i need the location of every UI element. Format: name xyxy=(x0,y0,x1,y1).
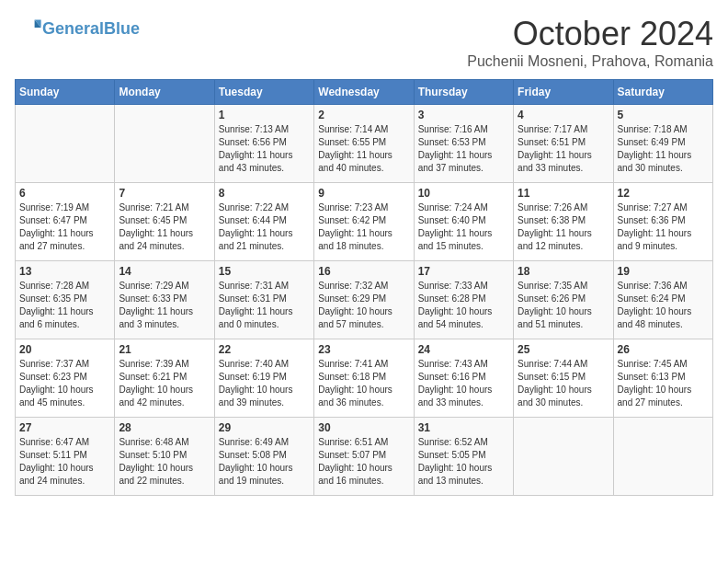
day-info: Sunrise: 7:44 AM Sunset: 6:15 PM Dayligh… xyxy=(518,358,609,409)
day-of-week-header: Sunday xyxy=(16,80,115,105)
day-number: 5 xyxy=(618,109,709,121)
day-of-week-header: Tuesday xyxy=(214,80,313,105)
calendar-cell: 12Sunrise: 7:27 AM Sunset: 6:36 PM Dayli… xyxy=(613,183,712,261)
day-info: Sunrise: 7:17 AM Sunset: 6:51 PM Dayligh… xyxy=(518,123,609,175)
day-info: Sunrise: 7:14 AM Sunset: 6:55 PM Dayligh… xyxy=(318,123,409,175)
calendar-cell xyxy=(16,105,115,183)
day-info: Sunrise: 6:47 AM Sunset: 5:11 PM Dayligh… xyxy=(19,436,110,488)
day-number: 10 xyxy=(418,187,509,200)
day-info: Sunrise: 7:27 AM Sunset: 6:36 PM Dayligh… xyxy=(618,201,709,253)
calendar-cell: 25Sunrise: 7:44 AM Sunset: 6:15 PM Dayli… xyxy=(514,339,613,418)
calendar-cell: 7Sunrise: 7:21 AM Sunset: 6:45 PM Daylig… xyxy=(115,183,214,261)
day-number: 11 xyxy=(518,187,609,200)
day-number: 1 xyxy=(219,109,310,121)
calendar-cell: 2Sunrise: 7:14 AM Sunset: 6:55 PM Daylig… xyxy=(314,105,414,183)
calendar-cell: 1Sunrise: 7:13 AM Sunset: 6:56 PM Daylig… xyxy=(214,105,313,183)
day-info: Sunrise: 7:31 AM Sunset: 6:31 PM Dayligh… xyxy=(219,280,310,331)
day-info: Sunrise: 6:51 AM Sunset: 5:07 PM Dayligh… xyxy=(318,436,409,488)
day-info: Sunrise: 7:39 AM Sunset: 6:21 PM Dayligh… xyxy=(119,358,210,409)
day-info: Sunrise: 7:45 AM Sunset: 6:13 PM Dayligh… xyxy=(618,358,709,409)
day-info: Sunrise: 7:16 AM Sunset: 6:53 PM Dayligh… xyxy=(418,123,509,175)
day-number: 26 xyxy=(618,343,709,356)
day-info: Sunrise: 7:26 AM Sunset: 6:38 PM Dayligh… xyxy=(518,201,609,253)
calendar-cell: 30Sunrise: 6:51 AM Sunset: 5:07 PM Dayli… xyxy=(314,418,414,496)
calendar-cell: 17Sunrise: 7:33 AM Sunset: 6:28 PM Dayli… xyxy=(414,261,513,339)
calendar-week-row: 13Sunrise: 7:28 AM Sunset: 6:35 PM Dayli… xyxy=(16,261,713,339)
calendar-cell: 5Sunrise: 7:18 AM Sunset: 6:49 PM Daylig… xyxy=(613,105,712,183)
calendar-cell xyxy=(115,105,214,183)
day-info: Sunrise: 7:40 AM Sunset: 6:19 PM Dayligh… xyxy=(219,358,310,409)
calendar-cell: 11Sunrise: 7:26 AM Sunset: 6:38 PM Dayli… xyxy=(514,183,613,261)
day-number: 22 xyxy=(219,343,310,356)
calendar-cell: 10Sunrise: 7:24 AM Sunset: 6:40 PM Dayli… xyxy=(414,183,513,261)
calendar-cell: 16Sunrise: 7:32 AM Sunset: 6:29 PM Dayli… xyxy=(314,261,414,339)
calendar-week-row: 6Sunrise: 7:19 AM Sunset: 6:47 PM Daylig… xyxy=(16,183,713,261)
calendar-table: SundayMondayTuesdayWednesdayThursdayFrid… xyxy=(15,79,713,496)
calendar-cell xyxy=(613,418,712,496)
calendar-cell: 4Sunrise: 7:17 AM Sunset: 6:51 PM Daylig… xyxy=(514,105,613,183)
logo-text: GeneralBlue xyxy=(42,20,140,39)
day-number: 20 xyxy=(19,343,110,356)
calendar-cell: 27Sunrise: 6:47 AM Sunset: 5:11 PM Dayli… xyxy=(16,418,115,496)
calendar-cell xyxy=(514,418,613,496)
day-number: 16 xyxy=(318,265,409,278)
day-info: Sunrise: 7:43 AM Sunset: 6:16 PM Dayligh… xyxy=(418,358,509,409)
calendar-cell: 14Sunrise: 7:29 AM Sunset: 6:33 PM Dayli… xyxy=(115,261,214,339)
day-number: 14 xyxy=(119,265,210,278)
calendar-week-row: 27Sunrise: 6:47 AM Sunset: 5:11 PM Dayli… xyxy=(16,418,713,496)
day-of-week-header: Monday xyxy=(115,80,214,105)
day-number: 6 xyxy=(19,187,110,200)
day-number: 24 xyxy=(418,343,509,356)
logo: GeneralBlue xyxy=(15,15,140,44)
calendar-cell: 8Sunrise: 7:22 AM Sunset: 6:44 PM Daylig… xyxy=(214,183,313,261)
day-info: Sunrise: 7:29 AM Sunset: 6:33 PM Dayligh… xyxy=(119,280,210,331)
month-title: October 2024 xyxy=(467,15,713,53)
calendar-cell: 21Sunrise: 7:39 AM Sunset: 6:21 PM Dayli… xyxy=(115,339,214,418)
day-of-week-header: Wednesday xyxy=(314,80,414,105)
day-number: 18 xyxy=(518,265,609,278)
day-info: Sunrise: 7:28 AM Sunset: 6:35 PM Dayligh… xyxy=(19,280,110,331)
day-number: 9 xyxy=(318,187,409,200)
calendar-cell: 19Sunrise: 7:36 AM Sunset: 6:24 PM Dayli… xyxy=(613,261,712,339)
location-title: Puchenii Mosneni, Prahova, Romania xyxy=(467,53,713,70)
logo-icon xyxy=(17,15,42,40)
day-info: Sunrise: 7:24 AM Sunset: 6:40 PM Dayligh… xyxy=(418,201,509,253)
calendar-body: 1Sunrise: 7:13 AM Sunset: 6:56 PM Daylig… xyxy=(16,105,713,496)
day-number: 21 xyxy=(119,343,210,356)
day-info: Sunrise: 7:36 AM Sunset: 6:24 PM Dayligh… xyxy=(618,280,709,331)
day-number: 3 xyxy=(418,109,509,121)
day-info: Sunrise: 7:19 AM Sunset: 6:47 PM Dayligh… xyxy=(19,201,110,253)
day-number: 23 xyxy=(318,343,409,356)
calendar-header-row: SundayMondayTuesdayWednesdayThursdayFrid… xyxy=(16,80,713,105)
day-number: 29 xyxy=(219,421,310,434)
day-info: Sunrise: 7:13 AM Sunset: 6:56 PM Dayligh… xyxy=(219,123,310,175)
day-number: 7 xyxy=(119,187,210,200)
day-info: Sunrise: 7:35 AM Sunset: 6:26 PM Dayligh… xyxy=(518,280,609,331)
calendar-cell: 22Sunrise: 7:40 AM Sunset: 6:19 PM Dayli… xyxy=(214,339,313,418)
day-info: Sunrise: 7:18 AM Sunset: 6:49 PM Dayligh… xyxy=(618,123,709,175)
day-info: Sunrise: 7:32 AM Sunset: 6:29 PM Dayligh… xyxy=(318,280,409,331)
calendar-cell: 6Sunrise: 7:19 AM Sunset: 6:47 PM Daylig… xyxy=(16,183,115,261)
calendar-week-row: 20Sunrise: 7:37 AM Sunset: 6:23 PM Dayli… xyxy=(16,339,713,418)
day-number: 2 xyxy=(318,109,409,121)
day-number: 31 xyxy=(418,421,509,434)
calendar-cell: 23Sunrise: 7:41 AM Sunset: 6:18 PM Dayli… xyxy=(314,339,414,418)
day-info: Sunrise: 7:21 AM Sunset: 6:45 PM Dayligh… xyxy=(119,201,210,253)
day-of-week-header: Friday xyxy=(514,80,613,105)
calendar-cell: 31Sunrise: 6:52 AM Sunset: 5:05 PM Dayli… xyxy=(414,418,513,496)
calendar-cell: 20Sunrise: 7:37 AM Sunset: 6:23 PM Dayli… xyxy=(16,339,115,418)
calendar-cell: 18Sunrise: 7:35 AM Sunset: 6:26 PM Dayli… xyxy=(514,261,613,339)
day-number: 4 xyxy=(518,109,609,121)
day-of-week-header: Thursday xyxy=(414,80,513,105)
calendar-cell: 15Sunrise: 7:31 AM Sunset: 6:31 PM Dayli… xyxy=(214,261,313,339)
day-number: 17 xyxy=(418,265,509,278)
calendar-week-row: 1Sunrise: 7:13 AM Sunset: 6:56 PM Daylig… xyxy=(16,105,713,183)
day-info: Sunrise: 7:22 AM Sunset: 6:44 PM Dayligh… xyxy=(219,201,310,253)
day-number: 27 xyxy=(19,421,110,434)
day-number: 30 xyxy=(318,421,409,434)
calendar-cell: 28Sunrise: 6:48 AM Sunset: 5:10 PM Dayli… xyxy=(115,418,214,496)
day-info: Sunrise: 7:41 AM Sunset: 6:18 PM Dayligh… xyxy=(318,358,409,409)
day-info: Sunrise: 7:37 AM Sunset: 6:23 PM Dayligh… xyxy=(19,358,110,409)
calendar-cell: 13Sunrise: 7:28 AM Sunset: 6:35 PM Dayli… xyxy=(16,261,115,339)
day-number: 8 xyxy=(219,187,310,200)
